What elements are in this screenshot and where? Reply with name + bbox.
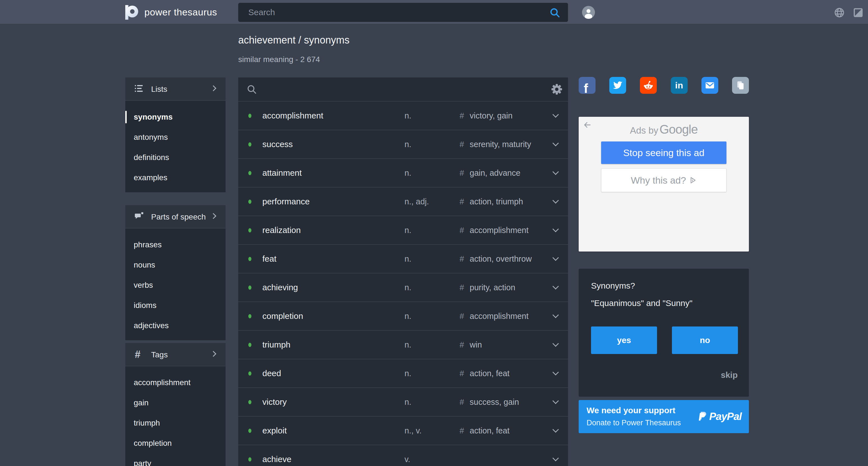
word-row[interactable]: deed n. # action, feat <box>238 359 568 388</box>
term-link[interactable]: accomplishment <box>262 102 323 130</box>
term-link[interactable]: deed <box>262 359 281 388</box>
settings-gear-icon[interactable] <box>551 83 563 95</box>
topic-tags[interactable]: action, feat <box>470 359 509 388</box>
sidebar-section-tags[interactable]: # Tags <box>125 343 225 366</box>
word-row[interactable]: success n. # serenity, maturity <box>238 130 568 158</box>
sidebar-item-tag-accomplishment[interactable]: accomplishment <box>125 372 225 393</box>
list-filter-input[interactable] <box>264 77 533 101</box>
chevron-down-icon[interactable] <box>553 111 559 118</box>
sidebar-section-parts-of-speech[interactable]: Parts of speech <box>125 205 225 229</box>
search-input[interactable] <box>238 3 568 22</box>
globe-icon[interactable] <box>834 7 845 18</box>
topic-tags[interactable]: serenity, maturity <box>470 130 531 158</box>
skip-link[interactable]: skip <box>721 370 738 380</box>
sidebar-item-tag-party[interactable]: party <box>125 453 225 466</box>
sidebar-item-definitions[interactable]: definitions <box>125 147 225 168</box>
chevron-down-icon[interactable] <box>553 455 559 462</box>
share-linkedin-button[interactable]: in <box>671 77 688 94</box>
topic-tags[interactable]: action, overthrow <box>470 245 532 273</box>
logo-text[interactable]: power thesaurus <box>144 0 217 25</box>
word-row[interactable]: exploit n., v. # action, feat <box>238 416 568 445</box>
stop-seeing-ad-button[interactable]: Stop seeing this ad <box>601 141 726 164</box>
word-row[interactable]: accomplishment n. # victory, gain <box>238 101 568 130</box>
sidebar-item-tag-triumph[interactable]: triumph <box>125 413 225 433</box>
topic-tags[interactable]: action, feat <box>470 417 509 445</box>
search-icon[interactable] <box>549 7 561 19</box>
chevron-down-icon[interactable] <box>553 255 559 261</box>
power-thesaurus-logo-icon[interactable] <box>125 4 139 20</box>
word-row[interactable]: feat n. # action, overthrow <box>238 244 568 273</box>
global-search-bar[interactable] <box>238 3 568 22</box>
list-filter-bar[interactable] <box>238 77 568 101</box>
copy-link-button[interactable] <box>732 77 749 94</box>
chevron-down-icon[interactable] <box>553 169 559 175</box>
chevron-down-icon[interactable] <box>553 283 559 290</box>
word-row[interactable]: achieving n. # purity, action <box>238 273 568 301</box>
share-reddit-button[interactable] <box>640 77 657 94</box>
word-row[interactable]: performance n., adj. # action, triumph <box>238 187 568 215</box>
sidebar-item-synonyms[interactable]: synonyms <box>125 107 225 127</box>
word-row[interactable]: attainment n. # gain, advance <box>238 158 568 187</box>
topic-tags[interactable]: win <box>470 331 482 359</box>
term-link[interactable]: completion <box>262 302 303 330</box>
word-row[interactable]: realization n. # accomplishment <box>238 215 568 244</box>
bullet-dot <box>248 142 251 146</box>
sidebar-item-tag-completion[interactable]: completion <box>125 433 225 453</box>
term-link[interactable]: realization <box>262 216 301 244</box>
why-this-ad-label: Why this ad? <box>631 175 686 186</box>
word-row[interactable]: triumph n. # win <box>238 330 568 359</box>
word-row[interactable]: completion n. # accomplishment <box>238 301 568 330</box>
term-link[interactable]: success <box>262 130 293 158</box>
word-row[interactable]: achieve v. <box>238 445 568 466</box>
share-twitter-button[interactable] <box>609 77 626 94</box>
term-link[interactable]: victory <box>262 388 287 416</box>
share-email-button[interactable] <box>702 77 718 94</box>
topic-tags[interactable]: action, triumph <box>470 188 523 215</box>
chevron-down-icon[interactable] <box>553 312 559 318</box>
sidebar-item-antonyms[interactable]: antonyms <box>125 127 225 147</box>
sidebar-item-label: idioms <box>134 301 156 310</box>
chevron-down-icon[interactable] <box>553 226 559 232</box>
paypal-donate-banner[interactable]: We need your support Donate to Power The… <box>579 400 749 433</box>
term-link[interactable]: achieving <box>262 273 298 301</box>
bullet-dot <box>248 400 251 404</box>
term-link[interactable]: achieve <box>262 445 291 466</box>
topic-tags[interactable]: gain, advance <box>470 159 521 187</box>
chevron-down-icon[interactable] <box>553 140 559 146</box>
topic-tags[interactable]: accomplishment <box>470 216 529 244</box>
sidebar-item-examples[interactable]: examples <box>125 168 225 188</box>
no-button[interactable]: no <box>672 327 738 354</box>
term-link[interactable]: triumph <box>262 331 290 359</box>
word-row[interactable]: victory n. # success, gain <box>238 388 568 416</box>
sidebar-section-lists[interactable]: Lists <box>125 77 225 101</box>
bullet-dot <box>248 457 251 462</box>
chevron-down-icon[interactable] <box>553 340 559 347</box>
sidebar-item-adjectives[interactable]: adjectives <box>125 315 225 336</box>
term-link[interactable]: feat <box>262 245 276 273</box>
topic-tags[interactable]: success, gain <box>470 388 519 416</box>
term-link[interactable]: exploit <box>262 417 287 445</box>
why-this-ad-button[interactable]: Why this ad? <box>601 168 726 192</box>
section-label: Lists <box>151 77 167 101</box>
topic-tags[interactable]: purity, action <box>470 273 515 301</box>
sidebar-item-phrases[interactable]: phrases <box>125 235 225 255</box>
contrast-toggle-icon[interactable] <box>853 7 864 18</box>
user-avatar[interactable] <box>582 6 595 19</box>
chevron-down-icon[interactable] <box>553 369 559 376</box>
sidebar-item-nouns[interactable]: nouns <box>125 255 225 275</box>
yes-button[interactable]: yes <box>591 327 657 354</box>
chevron-down-icon[interactable] <box>553 426 559 433</box>
bullet-dot <box>248 371 251 376</box>
chevron-down-icon[interactable] <box>553 197 559 204</box>
sidebar-item-verbs[interactable]: verbs <box>125 275 225 295</box>
sidebar-item-label: triumph <box>134 419 160 427</box>
topic-tags[interactable]: victory, gain <box>470 102 513 130</box>
sidebar-item-tag-gain[interactable]: gain <box>125 393 225 413</box>
term-link[interactable]: attainment <box>262 159 302 187</box>
topic-tags[interactable]: accomplishment <box>470 302 529 330</box>
sidebar-item-idioms[interactable]: idioms <box>125 295 225 315</box>
term-link[interactable]: performance <box>262 188 310 215</box>
chevron-down-icon[interactable] <box>553 398 559 404</box>
part-of-speech: n. <box>404 388 411 416</box>
share-facebook-button[interactable]: f <box>579 77 595 94</box>
